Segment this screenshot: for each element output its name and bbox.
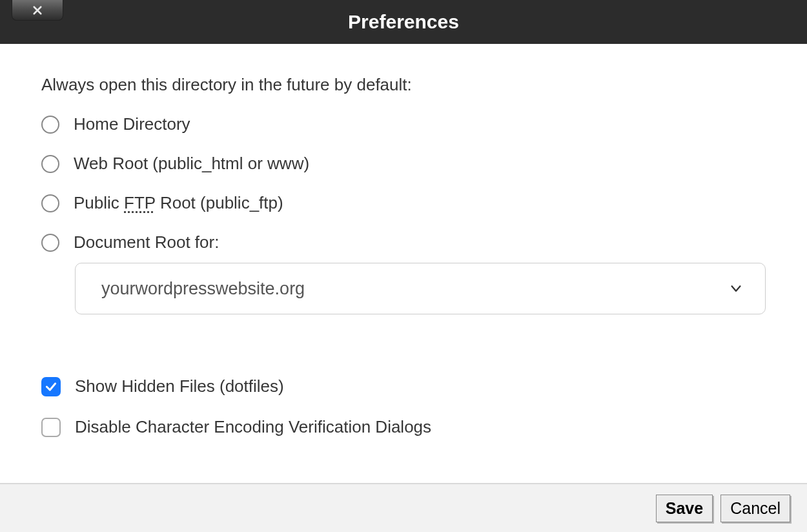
chevron-down-icon: [729, 281, 743, 296]
checkbox-label: Disable Character Encoding Verification …: [75, 417, 431, 437]
close-button[interactable]: [12, 0, 63, 21]
radio-icon: [41, 116, 59, 134]
checkbox-label: Show Hidden Files (dotfiles): [75, 376, 284, 396]
default-directory-prompt: Always open this directory in the future…: [41, 75, 766, 95]
checkbox-icon: [41, 377, 61, 396]
radio-public-ftp-root[interactable]: Public FTP Root (public_ftp): [41, 193, 766, 213]
document-root-select[interactable]: yourwordpresswebsite.org: [75, 263, 766, 314]
ftp-abbr: FTP: [124, 193, 156, 212]
checkbox-icon: [41, 418, 61, 437]
dialog-title: Preferences: [348, 11, 459, 33]
save-button[interactable]: Save: [656, 495, 713, 522]
dialog-footer: Save Cancel: [0, 483, 807, 532]
radio-label: Public FTP Root (public_ftp): [74, 193, 283, 213]
radio-home-directory[interactable]: Home Directory: [41, 114, 766, 134]
radio-web-root[interactable]: Web Root (public_html or www): [41, 154, 766, 174]
checkbox-show-hidden-files[interactable]: Show Hidden Files (dotfiles): [41, 376, 766, 396]
radio-icon: [41, 194, 59, 212]
radio-label: Document Root for:: [74, 232, 219, 252]
default-directory-radio-group: Home Directory Web Root (public_html or …: [41, 114, 766, 314]
close-icon: [32, 5, 43, 16]
radio-label: Web Root (public_html or www): [74, 154, 309, 174]
radio-document-root[interactable]: Document Root for:: [41, 232, 766, 252]
radio-icon: [41, 234, 59, 252]
select-value: yourwordpresswebsite.org: [101, 279, 305, 299]
options-checkbox-group: Show Hidden Files (dotfiles) Disable Cha…: [41, 376, 766, 437]
radio-icon: [41, 155, 59, 173]
dialog-header: Preferences: [0, 0, 807, 44]
cancel-button[interactable]: Cancel: [720, 495, 790, 522]
checkbox-disable-encoding-dialogs[interactable]: Disable Character Encoding Verification …: [41, 417, 766, 437]
dialog-content: Always open this directory in the future…: [0, 44, 807, 483]
radio-label: Home Directory: [74, 114, 190, 134]
checkmark-icon: [45, 380, 57, 393]
